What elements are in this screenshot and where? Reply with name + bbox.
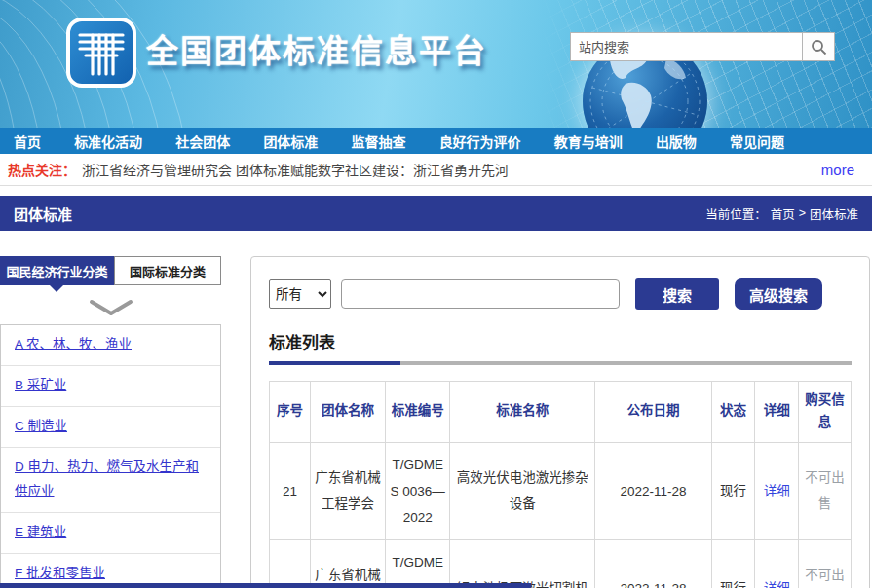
cell-seq: 21 [270, 442, 311, 539]
table-row: 21 广东省机械工程学会 T/GDMES 0036—2022 高效光伏电池激光掺… [270, 442, 852, 539]
cell-publish-date: 2022-11-28 [595, 539, 711, 588]
col-purchase-info: 购买信息 [799, 382, 852, 443]
tab-national-economy-classification[interactable]: 国民经济行业分类 [0, 256, 114, 285]
section-title: 团体标准 [14, 203, 72, 224]
nav-item-supervision[interactable]: 监督抽查 [352, 131, 406, 151]
main-nav: 首页 标准化活动 社会团体 团体标准 监督抽查 良好行为评价 教育与培训 出版物… [0, 128, 872, 154]
keyword-input[interactable] [341, 279, 620, 309]
col-standard-name: 标准名称 [450, 382, 595, 443]
standards-panel: 所有 搜索 高级搜索 标准列表 序号 团体名称 标 [250, 256, 870, 588]
cell-standard-code: T/GDMES 0035—2022 [386, 539, 450, 588]
cell-purchase-info: 不可出售 [799, 539, 852, 588]
platform-logo-icon [64, 16, 138, 90]
nav-item-standardization-activities[interactable]: 标准化活动 [74, 131, 142, 151]
section-banner: 团体标准 当前位置： 首页 > 团体标准 [0, 196, 872, 231]
search-icon [811, 39, 827, 55]
sidebar: 国民经济行业分类 国际标准分类 A 农、林、牧、渔业 B 采矿业 C 制造业 D… [0, 256, 221, 588]
col-publish-date: 公布日期 [595, 382, 711, 443]
col-detail: 详细 [755, 382, 799, 443]
category-item-c[interactable]: C 制造业 [1, 407, 220, 448]
page: 全国团体标准信息平台 首页 标准化活动 社会团体 团体标准 监督抽查 良好行为评… [0, 0, 872, 588]
hot-topics-label: 热点关注： [8, 160, 76, 179]
site-title: 全国团体标准信息平台 [146, 25, 487, 72]
search-button[interactable]: 搜索 [635, 278, 719, 310]
cell-status: 现行 [711, 539, 755, 588]
col-organization: 团体名称 [310, 382, 386, 443]
detail-link[interactable]: 详细 [764, 581, 790, 588]
standards-table: 序号 团体名称 标准编号 标准名称 公布日期 状态 详细 购买信息 21 广东省… [269, 381, 852, 588]
cell-seq: 22 [270, 539, 311, 588]
cell-organization: 广东省机械工程学会 [310, 442, 386, 539]
col-status: 状态 [711, 382, 755, 443]
category-item-e[interactable]: E 建筑业 [1, 513, 220, 554]
nav-item-social-organizations[interactable]: 社会团体 [175, 131, 230, 151]
category-item-d[interactable]: D 电力、热力、燃气及水生产和供应业 [1, 448, 220, 513]
breadcrumb-separator: > [799, 206, 806, 220]
nav-item-group-standards[interactable]: 团体标准 [263, 131, 318, 151]
nav-item-publications[interactable]: 出版物 [656, 131, 697, 151]
bottom-clipped-bar [0, 583, 531, 588]
col-standard-code: 标准编号 [386, 382, 450, 443]
title-underline [269, 361, 852, 365]
standards-search-row: 所有 搜索 高级搜索 [269, 278, 852, 310]
nav-item-good-behavior[interactable]: 良好行为评价 [439, 131, 521, 151]
breadcrumb: 当前位置： 首页 > 团体标准 [705, 204, 858, 223]
content: 国民经济行业分类 国际标准分类 A 农、林、牧、渔业 B 采矿业 C 制造业 D… [0, 256, 872, 588]
cell-status: 现行 [711, 442, 755, 539]
cell-publish-date: 2022-11-28 [595, 442, 711, 539]
nav-item-home[interactable]: 首页 [14, 131, 41, 151]
chevron-down-icon [89, 299, 133, 316]
site-header: 全国团体标准信息平台 [0, 0, 872, 128]
col-seq: 序号 [270, 382, 311, 443]
detail-link[interactable]: 详细 [764, 484, 790, 498]
more-link[interactable]: more [821, 162, 854, 178]
nav-item-faq[interactable]: 常见问题 [730, 131, 784, 151]
breadcrumb-current: 团体标准 [810, 204, 858, 223]
tab-international-standard-classification[interactable]: 国际标准分类 [114, 256, 221, 285]
breadcrumb-prefix: 当前位置： [705, 204, 767, 223]
title-underline-accent [269, 361, 400, 365]
table-row: 22 广东省机械工程学会 T/GDMES 0035—2022 锂电池极耳激光切割… [270, 539, 852, 588]
table-header-row: 序号 团体名称 标准编号 标准名称 公布日期 状态 详细 购买信息 [270, 382, 852, 443]
category-item-b[interactable]: B 采矿业 [1, 366, 220, 407]
hot-topics-headline[interactable]: 浙江省经济与管理研究会 团体标准赋能数字社区建设：浙江省勇开先河 [82, 160, 509, 179]
hot-topics-bar: 热点关注： 浙江省经济与管理研究会 团体标准赋能数字社区建设：浙江省勇开先河 m… [0, 154, 872, 186]
site-search-input[interactable] [570, 32, 802, 61]
category-item-a[interactable]: A 农、林、牧、渔业 [1, 325, 220, 366]
cell-standard-name: 高效光伏电池激光掺杂设备 [450, 442, 595, 539]
cell-standard-name: 锂电池极耳激光切割机 [450, 539, 595, 588]
site-search-button[interactable] [802, 32, 835, 61]
breadcrumb-home-link[interactable]: 首页 [771, 204, 795, 223]
search-filter-select[interactable]: 所有 [269, 279, 331, 309]
site-search [570, 32, 835, 61]
cell-standard-code: T/GDMES 0036—2022 [386, 442, 450, 539]
standards-list-title: 标准列表 [269, 329, 852, 353]
category-list: A 农、林、牧、渔业 B 采矿业 C 制造业 D 电力、热力、燃气及水生产和供应… [0, 324, 221, 588]
nav-item-education-training[interactable]: 教育与培训 [554, 131, 623, 151]
advanced-search-button[interactable]: 高级搜索 [735, 278, 822, 310]
classification-tabs: 国民经济行业分类 国际标准分类 [0, 256, 221, 285]
cell-organization: 广东省机械工程学会 [310, 539, 386, 588]
cell-purchase-info: 不可出售 [799, 442, 852, 539]
